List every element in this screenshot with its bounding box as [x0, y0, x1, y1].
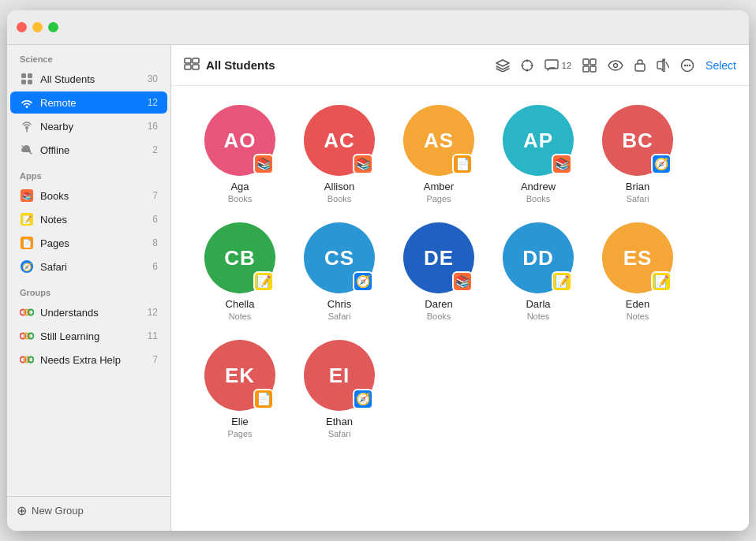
offline-label: Offline: [40, 144, 136, 156]
message-icon[interactable]: 12: [545, 59, 571, 71]
cloud-off-icon: [20, 143, 34, 157]
app-badge-icon: 📝: [651, 271, 672, 292]
new-group-button[interactable]: ⊕ New Group: [17, 503, 161, 518]
svg-rect-28: [583, 66, 589, 72]
student-card[interactable]: AS📄AmberPages: [395, 105, 482, 203]
student-app: Safari: [328, 429, 351, 438]
title-bar: Remote students: [7, 10, 749, 45]
app-badge-icon: 📄: [452, 154, 473, 174]
sidebar: Science All Students 30: [7, 45, 171, 531]
sidebar-item-offline[interactable]: Offline 2: [10, 139, 167, 161]
nearby-count: 16: [142, 121, 158, 132]
svg-line-32: [666, 62, 669, 68]
pages-label: Pages: [40, 237, 136, 249]
mute-icon[interactable]: [657, 58, 669, 72]
avatar: DE📚: [403, 222, 474, 293]
student-app: Notes: [627, 312, 649, 321]
main-layout: Science All Students 30: [7, 45, 749, 531]
sidebar-item-still-learning[interactable]: Still Learning 11: [10, 325, 167, 347]
svg-point-34: [684, 64, 686, 65]
student-name: Aga: [230, 181, 249, 192]
sidebar-item-understands[interactable]: Understands 12: [10, 301, 167, 323]
student-card[interactable]: DD📝DarlaNotes: [495, 222, 582, 321]
student-app: Notes: [527, 312, 550, 321]
svg-rect-16: [185, 58, 191, 63]
still-learning-label: Still Learning: [40, 330, 136, 342]
student-app: Books: [228, 194, 253, 203]
student-app: Books: [427, 312, 451, 321]
eye-icon[interactable]: [608, 60, 623, 71]
minimize-button[interactable]: [32, 22, 43, 32]
new-group-label: New Group: [32, 505, 84, 517]
avatar: BC🧭: [602, 105, 673, 176]
svg-rect-19: [193, 65, 199, 69]
app-badge-icon: 📚: [353, 154, 373, 174]
student-card[interactable]: AP📚AndrewBooks: [495, 105, 582, 203]
sidebar-item-pages[interactable]: 📄 Pages 8: [10, 232, 167, 254]
notes-count: 6: [142, 214, 158, 225]
books-label: Books: [40, 190, 136, 202]
safari-label: Safari: [40, 261, 136, 273]
page-title: All Students: [206, 58, 275, 72]
sidebar-section-groups: Groups: [7, 278, 170, 300]
sidebar-item-notes[interactable]: 📝 Notes 6: [10, 208, 167, 230]
sidebar-item-remote[interactable]: Remote 12: [10, 91, 167, 114]
wifi-icon: [20, 95, 34, 110]
student-name: Amber: [424, 181, 454, 192]
student-card[interactable]: CB📝ChellaNotes: [196, 222, 283, 321]
close-button[interactable]: [17, 22, 27, 32]
student-app: Safari: [328, 312, 351, 321]
message-count-badge: 12: [562, 61, 571, 70]
student-app: Notes: [229, 312, 252, 321]
lock-icon[interactable]: [634, 58, 646, 72]
antenna-icon: [20, 119, 34, 133]
svg-rect-2: [21, 80, 26, 84]
toolbar-icons: 12: [496, 58, 736, 73]
more-icon[interactable]: [680, 58, 694, 73]
sidebar-item-safari[interactable]: 🧭 Safari 6: [10, 256, 167, 278]
grid-view-icon[interactable]: [582, 58, 597, 73]
understands-label: Understands: [40, 307, 136, 319]
select-button[interactable]: Select: [705, 59, 736, 72]
sidebar-item-needs-extra-help[interactable]: Needs Extra Help 7: [10, 349, 167, 371]
student-grid: AO📚AgaBooksAC📚AllisonBooksAS📄AmberPagesA…: [171, 86, 749, 531]
still-learning-count: 11: [142, 330, 158, 341]
sidebar-item-books[interactable]: 📚 Books 7: [10, 185, 167, 207]
student-card[interactable]: BC🧭BrianSafari: [594, 105, 681, 203]
svg-rect-27: [590, 59, 596, 65]
grid-icon: [20, 72, 34, 86]
student-card[interactable]: CS🧭ChrisSafari: [296, 222, 383, 321]
app-badge-icon: 🧭: [353, 271, 373, 292]
student-card[interactable]: EK📄EliePages: [196, 340, 283, 438]
all-students-label: All Students: [40, 73, 136, 85]
student-name: Daren: [425, 298, 452, 310]
app-badge-icon: 🧭: [651, 154, 672, 174]
remote-label: Remote: [40, 97, 136, 109]
student-card[interactable]: AC📚AllisonBooks: [296, 105, 383, 203]
svg-rect-3: [28, 80, 32, 84]
student-card[interactable]: EI🧭EthanSafari: [296, 340, 383, 438]
avatar: DD📝: [503, 222, 574, 293]
student-card[interactable]: AO📚AgaBooks: [196, 105, 283, 203]
maximize-button[interactable]: [48, 22, 58, 32]
location-icon[interactable]: [521, 59, 533, 72]
sidebar-item-all-students[interactable]: All Students 30: [10, 68, 167, 90]
student-app: Books: [526, 194, 551, 203]
student-app: Safari: [627, 194, 649, 203]
student-name: Brian: [626, 181, 649, 192]
still-learning-group-icon: [20, 329, 34, 343]
sidebar-item-nearby[interactable]: Nearby 16: [10, 115, 167, 137]
student-card[interactable]: ES📝EdenNotes: [594, 222, 681, 321]
layers-icon[interactable]: [496, 59, 510, 72]
student-app: Books: [327, 194, 352, 203]
nearby-label: Nearby: [40, 121, 136, 132]
student-app: Pages: [426, 194, 451, 203]
student-name: Allison: [324, 181, 354, 192]
plus-icon: ⊕: [17, 503, 27, 518]
avatar: CS🧭: [304, 222, 375, 293]
student-name: Darla: [526, 298, 550, 310]
offline-count: 2: [142, 144, 158, 155]
avatar: ES📝: [602, 222, 673, 293]
understands-count: 12: [142, 307, 158, 318]
student-card[interactable]: DE📚DarenBooks: [395, 222, 482, 321]
